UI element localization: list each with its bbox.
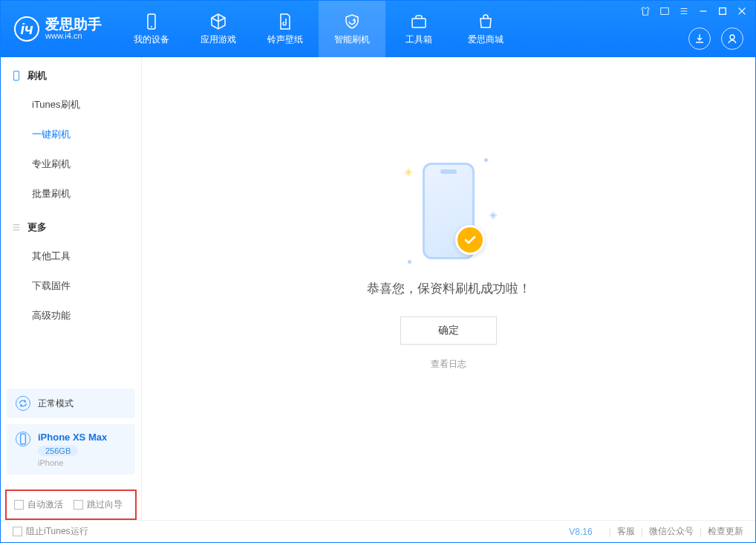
- mode-label: 正常模式: [38, 397, 74, 410]
- nav-label: 应用游戏: [201, 33, 236, 46]
- svg-point-1: [151, 26, 152, 27]
- nav-toolbox[interactable]: 工具箱: [385, 1, 452, 57]
- success-check-icon: [455, 225, 485, 255]
- auto-activate-checkbox[interactable]: 自动激活: [14, 498, 63, 511]
- svg-rect-6: [14, 71, 19, 80]
- logo-icon: iч: [14, 16, 39, 42]
- checkbox-label: 阻止iTunes运行: [26, 525, 88, 538]
- section-title: 更多: [27, 221, 47, 234]
- block-itunes-checkbox[interactable]: 阻止iTunes运行: [13, 525, 88, 538]
- status-link-support[interactable]: 客服: [617, 525, 635, 538]
- refresh-shield-icon: [343, 13, 361, 30]
- phone-icon: [143, 13, 160, 30]
- device-type: iPhone: [38, 458, 107, 467]
- svg-rect-3: [661, 8, 669, 15]
- nav-label: 我的设备: [134, 33, 169, 46]
- svg-point-5: [730, 35, 734, 39]
- sidebar-item-advanced[interactable]: 高级功能: [1, 301, 141, 331]
- account-button[interactable]: [721, 27, 743, 50]
- sidebar-section-more: 更多: [1, 209, 141, 241]
- title-bar: iч 爱思助手 www.i4.cn 我的设备 应用游戏 铃声壁纸 智能刷机 工具…: [1, 1, 755, 57]
- svg-rect-2: [412, 19, 426, 27]
- header-right-buttons: [688, 27, 743, 50]
- dot-icon: [408, 260, 411, 264]
- sidebar-item-oneclick-flash[interactable]: 一键刷机: [1, 120, 141, 149]
- main-nav: 我的设备 应用游戏 铃声壁纸 智能刷机 工具箱 爱思商城: [118, 1, 519, 57]
- music-file-icon: [276, 13, 294, 30]
- maximize-icon[interactable]: [717, 5, 729, 17]
- sparkle-icon: [405, 166, 412, 173]
- nav-smart-flash[interactable]: 智能刷机: [319, 1, 385, 57]
- section-title: 刷机: [27, 69, 47, 82]
- sparkle-icon: [489, 209, 497, 216]
- nav-ringtones-wallpapers[interactable]: 铃声壁纸: [252, 1, 319, 57]
- ok-button[interactable]: 确定: [400, 316, 497, 345]
- close-icon[interactable]: [736, 5, 748, 17]
- skip-setup-checkbox[interactable]: 跳过向导: [74, 498, 123, 511]
- window-controls: [639, 5, 748, 17]
- sidebar-item-download-firmware[interactable]: 下载固件: [1, 271, 141, 301]
- sync-icon: [16, 396, 30, 411]
- nav-label: 智能刷机: [334, 33, 370, 46]
- device-card[interactable]: iPhone XS Max 256GB iPhone: [7, 424, 135, 475]
- bag-icon: [477, 13, 495, 30]
- list-icon: [11, 222, 22, 233]
- highlighted-options: 自动激活 跳过向导: [5, 490, 137, 520]
- sidebar-item-itunes-flash[interactable]: iTunes刷机: [1, 90, 141, 120]
- status-link-wechat[interactable]: 微信公众号: [649, 525, 694, 538]
- checkbox-label: 跳过向导: [87, 498, 123, 511]
- nav-label: 爱思商城: [468, 33, 504, 46]
- user-icon: [726, 33, 738, 45]
- svg-rect-4: [720, 8, 726, 15]
- app-logo: iч 爱思助手 www.i4.cn: [14, 16, 102, 42]
- mode-card[interactable]: 正常模式: [7, 388, 135, 418]
- sidebar: 刷机 iTunes刷机 一键刷机 专业刷机 批量刷机 更多 其他工具 下载固件 …: [1, 57, 142, 520]
- minimize-icon[interactable]: [697, 5, 709, 17]
- success-message: 恭喜您，保资料刷机成功啦！: [367, 280, 531, 297]
- cube-icon: [209, 13, 227, 30]
- device-capacity: 256GB: [38, 446, 78, 456]
- status-bar: 阻止iTunes运行 V8.16 | 客服 | 微信公众号 | 检查更新: [1, 520, 755, 542]
- shirt-icon[interactable]: [639, 5, 651, 17]
- device-name: iPhone XS Max: [38, 432, 107, 443]
- dot-icon: [484, 158, 488, 162]
- toolbox-icon: [410, 13, 428, 30]
- app-url: www.i4.cn: [45, 31, 102, 41]
- menu-icon[interactable]: [678, 5, 690, 17]
- checkbox-box: [74, 500, 83, 510]
- checkbox-box: [14, 500, 24, 510]
- view-log-link[interactable]: 查看日志: [431, 358, 466, 371]
- phone-small-icon: [11, 71, 22, 81]
- nav-apps-games[interactable]: 应用游戏: [185, 1, 252, 57]
- device-icon: [16, 432, 30, 446]
- sidebar-section-flash: 刷机: [1, 57, 141, 90]
- nav-my-device[interactable]: 我的设备: [118, 1, 185, 57]
- download-button[interactable]: [688, 27, 711, 50]
- success-illustration: [423, 163, 475, 259]
- sidebar-item-pro-flash[interactable]: 专业刷机: [1, 149, 141, 179]
- checkbox-label: 自动激活: [27, 498, 63, 511]
- box-icon[interactable]: [659, 5, 671, 17]
- checkbox-box: [13, 527, 22, 536]
- nav-store[interactable]: 爱思商城: [452, 1, 519, 57]
- nav-label: 铃声壁纸: [267, 33, 303, 46]
- download-icon: [694, 33, 706, 45]
- svg-rect-7: [21, 434, 26, 444]
- sidebar-item-batch-flash[interactable]: 批量刷机: [1, 179, 141, 209]
- sidebar-item-other-tools[interactable]: 其他工具: [1, 241, 141, 271]
- main-content: 恭喜您，保资料刷机成功啦！ 确定 查看日志: [142, 57, 755, 520]
- version-label: V8.16: [569, 527, 592, 537]
- status-link-update[interactable]: 检查更新: [708, 525, 743, 538]
- app-name: 爱思助手: [45, 17, 102, 31]
- nav-label: 工具箱: [405, 33, 432, 46]
